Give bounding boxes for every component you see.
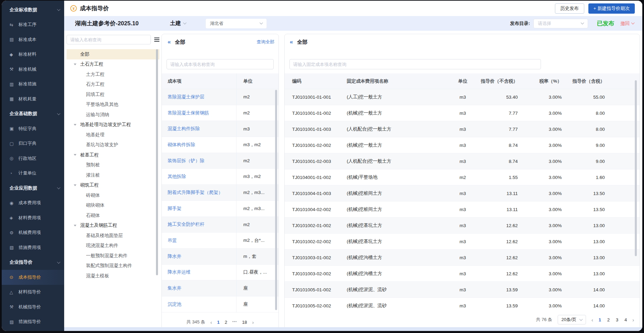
table-row[interactable]: TJ0101003-01-002 (机械)挖沟槽土方 m3 12.62 3.00… <box>285 250 640 266</box>
cost-item-row[interactable]: 混凝土构件拆除 m3 <box>162 121 278 137</box>
cost-item-link[interactable]: 混凝土构件拆除 <box>162 126 236 132</box>
cost-item-link[interactable]: 装饰层拆（铲）除 <box>162 158 236 164</box>
caret-down-icon[interactable] <box>74 64 76 65</box>
cost-item-link[interactable]: 降水井 <box>162 253 236 260</box>
cost-item-link[interactable]: 砌体构件拆除 <box>162 142 236 148</box>
table-row[interactable]: TJ0101002-01-002 (机械)挖基坑土方 m3 12.62 3.00… <box>285 218 640 234</box>
page-number[interactable]: ••• <box>232 320 237 325</box>
region-select[interactable]: 湖北省 <box>206 19 267 28</box>
collapse-panel-icon[interactable]: « <box>290 39 293 45</box>
sidebar-item[interactable]: ▥ 标准措施 <box>2 77 64 92</box>
tree-item[interactable]: 基坑与边坡支护 <box>67 140 159 150</box>
next-page-icon[interactable]: › <box>632 317 634 322</box>
table-row[interactable]: TJ0101003-02-002 (机械)挖沟槽土方 m3 12.62 3.00… <box>285 266 640 282</box>
cost-item-link[interactable]: 施工安全防护栏杆 <box>162 221 236 227</box>
table-row[interactable]: TJ0101001-01-003 (人机配合)挖一般土方 m3 7.77 3.0… <box>285 121 640 137</box>
table-row[interactable]: TJ0104001-01-002 (机械)平整场地 m2 1.55 3.00% … <box>285 169 640 185</box>
tree-item[interactable]: 石方工程 <box>67 80 159 90</box>
tree-item[interactable]: 灌注桩 <box>67 170 159 180</box>
table-row[interactable]: TJ0101002-02-002 (机械)挖基坑土方 m3 12.62 3.00… <box>285 234 640 250</box>
tree-item[interactable]: 现浇混凝土构件 <box>67 241 159 251</box>
sidebar-item[interactable]: ◔ 计量单位 <box>2 166 64 181</box>
tree-item[interactable]: 装配式预制混凝土构件 <box>67 261 159 271</box>
sidebar-item[interactable]: 企业标准数据 <box>2 2 64 17</box>
table-row[interactable]: TJ0101005-02-002 (机械)挖淤泥、流砂 m3 13.59 3.0… <box>285 298 640 309</box>
tree-item[interactable]: 一般预制混凝土构件 <box>67 251 159 261</box>
cost-item-link[interactable]: 凿除混凝土保护层 <box>162 94 236 100</box>
tree-item[interactable]: 预制桩 <box>67 160 159 170</box>
cost-item-link[interactable]: 吊篮 <box>162 237 236 244</box>
tree-item[interactable]: 土石方工程 <box>67 59 159 70</box>
cost-item-link[interactable]: 附着式升降脚手架（爬架） <box>162 190 236 196</box>
revoke-button[interactable]: 撤回 <box>620 20 634 27</box>
table-row[interactable]: TJ0101005-01-002 (机械)挖淤泥、流砂 m3 13.59 3.0… <box>285 282 640 298</box>
tree-item[interactable]: 回填工程 <box>67 89 159 100</box>
collapse-panel-icon[interactable]: « <box>168 39 171 45</box>
page-number[interactable]: 2 <box>607 317 610 322</box>
sidebar-item[interactable]: ⚒ 标准机械 <box>2 62 64 77</box>
table-row[interactable]: TJ0101001-01-001 (人工)挖一般土方 m3 53.40 3.00… <box>285 89 640 105</box>
sidebar-item[interactable]: △ 材料指导价 <box>2 285 64 300</box>
prev-page-icon[interactable]: ‹ <box>591 317 593 322</box>
sidebar-item[interactable]: ▣ 特征字典 <box>2 121 64 136</box>
sidebar-item[interactable]: ⇆ 标准工序 <box>2 17 64 32</box>
sidebar-item[interactable]: ▤ 标准成本 <box>2 32 64 47</box>
page-number[interactable]: 4 <box>625 317 627 322</box>
cost-item-row[interactable]: 凿除混凝土保护层 m2 <box>162 89 278 105</box>
cost-items-scrollbar[interactable] <box>275 90 277 310</box>
caret-down-icon[interactable] <box>74 184 76 186</box>
cost-item-link[interactable]: 脚手架 <box>162 206 236 212</box>
sidebar-item[interactable]: ▨ 措施指导价 <box>2 315 64 330</box>
sidebar-item[interactable]: 企业应用数据 <box>2 181 64 196</box>
tree-item[interactable]: 全部 <box>67 49 159 59</box>
cost-item-search-input[interactable] <box>167 59 274 69</box>
caret-down-icon[interactable] <box>74 154 76 156</box>
tree-item[interactable]: 砖砌体 <box>67 190 159 200</box>
tree-item[interactable]: 地基处理 <box>67 130 159 140</box>
cost-item-row[interactable]: 凿除混凝土保留钢筋 m2 <box>162 105 278 121</box>
page-number[interactable]: 3 <box>616 317 618 322</box>
table-row[interactable]: TJ0101004-02-002 (机械)挖桩间土方 m3 13.11 3.00… <box>285 202 640 218</box>
sidebar-item[interactable]: ▦ 材机耗量 <box>2 92 64 107</box>
query-all-link[interactable]: 查询全部 <box>257 39 274 45</box>
cost-item-row[interactable]: 吊篮 m2，台*... <box>162 233 278 249</box>
fixed-item-search-input[interactable] <box>289 59 541 69</box>
tree-item[interactable]: 运输与消纳 <box>67 110 159 120</box>
cost-item-row[interactable]: 附着式升降脚手架（爬架） m2，m3... <box>162 185 278 201</box>
cost-item-row[interactable]: 施工安全防护栏杆 m2 <box>162 217 278 233</box>
tree-scrollbar[interactable] <box>156 49 158 275</box>
caret-down-icon[interactable] <box>74 124 76 126</box>
table-row[interactable]: TJ0101001-01-002 (机械)挖一般土方 m3 7.77 3.00%… <box>285 105 640 121</box>
cost-item-row[interactable]: 其他拆除 m3，m2 <box>162 169 278 185</box>
tree-item[interactable]: 混凝土及钢筋工程 <box>67 221 159 231</box>
tree-search-input[interactable] <box>67 35 151 44</box>
sidebar-item[interactable]: ⚙ 机械费用项 <box>2 225 64 240</box>
cost-item-link[interactable]: 集水井 <box>162 285 236 291</box>
next-page-icon[interactable]: › <box>252 320 254 325</box>
fixed-items-scrollbar[interactable] <box>635 80 637 256</box>
tree-item[interactable]: 砌块砌体 <box>67 200 159 211</box>
cost-item-link[interactable]: 凿除混凝土保留钢筋 <box>162 110 236 116</box>
cost-item-link[interactable]: 降水井运维 <box>162 269 236 275</box>
page-number[interactable]: 1 <box>217 320 219 325</box>
cost-item-row[interactable]: 降水井运维 口.昼夜，... <box>162 265 278 281</box>
page-number[interactable]: 18 <box>242 320 247 325</box>
tree-item[interactable]: 土方工程 <box>67 69 159 80</box>
history-publish-button[interactable]: 历史发布 <box>555 3 584 14</box>
sidebar-item[interactable]: ◎ 行政地区 <box>2 151 64 166</box>
sidebar-item[interactable]: ◉ 成本费用项 <box>2 196 64 211</box>
prev-page-icon[interactable]: ‹ <box>210 320 212 325</box>
sidebar-item[interactable]: 企业基础数据 <box>2 107 64 122</box>
cost-item-row[interactable]: 装饰层拆（铲）除 m2 <box>162 153 278 169</box>
sidebar-item[interactable]: 企业指导价 <box>2 255 64 270</box>
page-number[interactable]: 2 <box>225 320 227 325</box>
page-size-select[interactable]: 20条/页 <box>558 315 586 324</box>
table-row[interactable]: TJ0101004-01-003 (机械)挖桩间土方 m3 13.11 3.00… <box>285 185 640 202</box>
publish-dir-select[interactable]: 请选择 <box>533 19 588 28</box>
cost-item-row[interactable]: 沉淀池 座 <box>162 296 278 313</box>
tree-item[interactable]: 石砌体 <box>67 210 159 221</box>
cost-item-row[interactable]: 降水井 m，套 <box>162 249 278 265</box>
sidebar-item[interactable]: ▧ 措施费用项 <box>2 240 64 255</box>
tree-item[interactable]: 混凝土模板 <box>67 271 159 278</box>
cost-item-row[interactable]: 集水井 座 <box>162 280 278 296</box>
